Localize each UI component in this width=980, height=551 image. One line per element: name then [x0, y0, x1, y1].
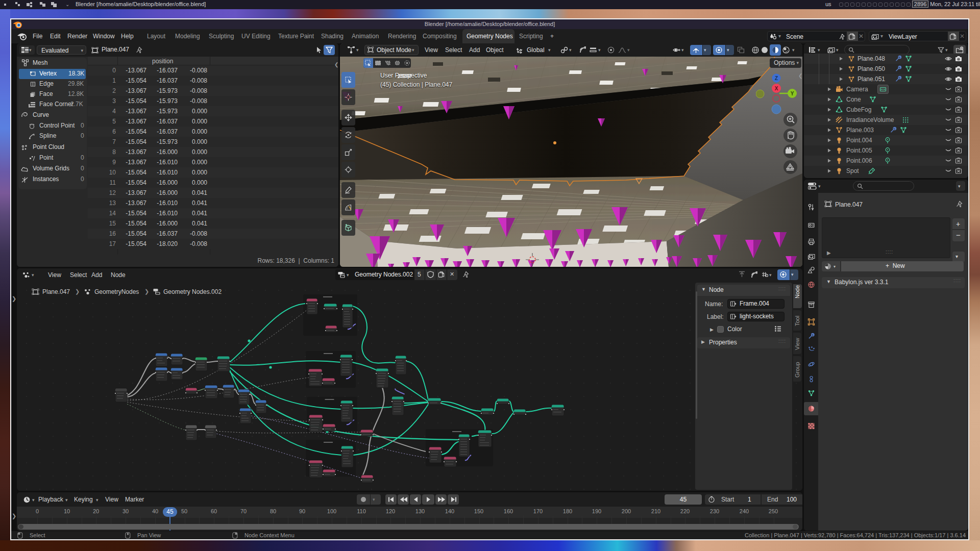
svg-text:X: X [775, 86, 778, 91]
svg-text:Z: Z [775, 76, 778, 81]
svg-text:Y: Y [791, 91, 794, 96]
